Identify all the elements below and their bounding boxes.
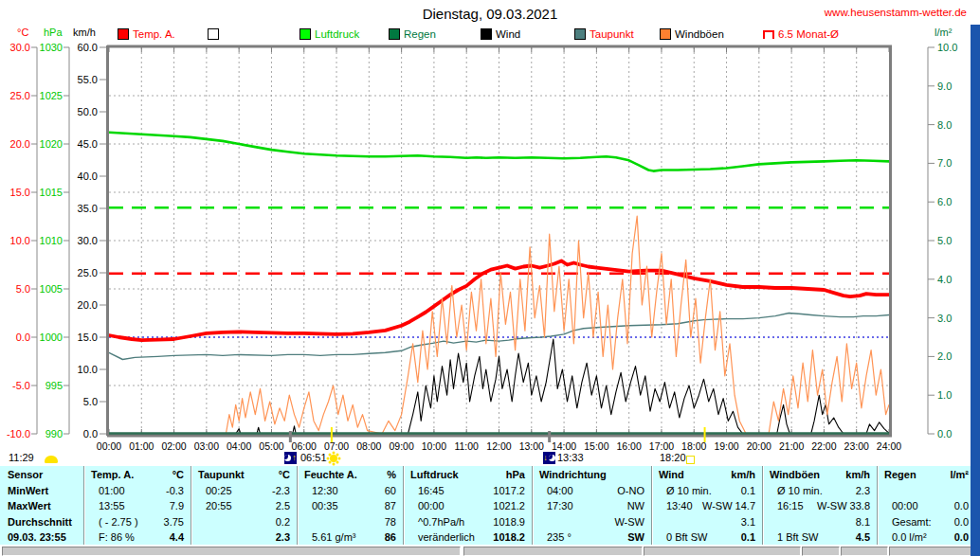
table-cell-value: 0.2 — [192, 514, 290, 529]
moon-icon — [45, 456, 58, 463]
table-cell-value: 2.3 — [764, 483, 870, 498]
table-cell-value: 87 — [299, 498, 396, 513]
table-cell-value: NW — [534, 498, 644, 513]
temp-tick-label: 30.0 — [10, 42, 30, 53]
x-axis-hour-label: 06:00 — [292, 440, 317, 452]
arrow-down-icon: ↓ — [543, 454, 548, 462]
table-cell-value: 60 — [299, 483, 396, 498]
wind-tick-label: 5.0 — [83, 396, 98, 407]
table-cell-value: 7.9 — [85, 498, 184, 513]
table-cell-value: 2.5 — [192, 498, 290, 513]
rain-tick-label: 2.0 — [937, 350, 952, 362]
pressure-tick-label: 1030 — [40, 42, 63, 53]
table-cell-value: 4.5 — [764, 529, 870, 545]
table-col-unit: % — [299, 467, 396, 482]
sunset-square-icon — [686, 456, 695, 464]
table-cell-value: 0.0 — [879, 498, 969, 513]
table-col-unit — [534, 467, 644, 482]
pressure-tick-label: 995 — [45, 380, 63, 391]
table-cell-value: 1021.2 — [405, 498, 525, 513]
x-axis-hour-label: 10:00 — [422, 440, 446, 452]
pressure-tick-label: 1010 — [40, 235, 63, 246]
table-cell-value: W-SW 33.8 — [764, 498, 870, 513]
table-column-separator — [403, 466, 404, 545]
table-cell-value: W-SW 14.7 — [653, 498, 755, 513]
table-row-header: MaxWert — [8, 498, 51, 513]
x-axis-hour-label: 24:00 — [877, 440, 901, 452]
x-axis-hour-label: 16:00 — [617, 440, 642, 452]
moon-time-label: 11:29 — [9, 452, 34, 463]
sunrise-sun-icon — [330, 455, 337, 462]
table-column-separator — [532, 466, 533, 545]
table-col-unit: km/h — [653, 467, 755, 482]
temp-tick-label: 25.0 — [10, 90, 30, 101]
x-axis-hour-label: 12:00 — [486, 440, 511, 452]
table-row-header: 09.03. 23:55 — [8, 529, 66, 545]
temp-tick-label: -10.0 — [7, 428, 30, 439]
wind-tick-label: 35.0 — [78, 203, 98, 214]
moonset-icon: ↑ — [284, 452, 297, 464]
x-axis-hour-label: 00:00 — [97, 440, 121, 452]
x-axis-hour-label: 17:00 — [649, 440, 674, 452]
table-cell-value: SW — [534, 529, 644, 545]
rain-tick-label: 7.0 — [937, 157, 952, 169]
status-bar-panel — [802, 547, 840, 556]
rain-tick-label: 8.0 — [937, 119, 952, 131]
table-cell-value: -2.3 — [192, 483, 290, 498]
pressure-tick-label: 1025 — [40, 90, 63, 101]
table-cell-value: -0.3 — [85, 483, 184, 498]
table-cell-value: 8.1 — [764, 514, 870, 529]
table-cell-value: 86 — [299, 529, 396, 545]
status-bar-panel — [889, 547, 977, 556]
table-column-separator — [191, 466, 191, 545]
sunset-time-label: 18:20 — [660, 452, 686, 463]
temp-tick-label: 5.0 — [16, 283, 30, 295]
x-axis-hour-label: 08:00 — [356, 440, 381, 452]
table-cell-value: 3.1 — [653, 514, 755, 529]
rain-tick-label: 1.0 — [937, 389, 952, 401]
pressure-tick-label: 1005 — [40, 283, 63, 295]
table-cell-value: 2.3 — [192, 529, 290, 545]
rain-tick-label: 9.0 — [937, 81, 952, 92]
temp-tick-label: -5.0 — [12, 380, 30, 391]
table-col-unit: °C — [85, 467, 184, 482]
status-bar — [0, 547, 980, 556]
table-cell-value: 0.0 — [879, 529, 969, 545]
pressure-tick-label: 1015 — [40, 187, 63, 198]
temp-tick-label: 20.0 — [10, 138, 30, 150]
x-axis-hour-label: 15:00 — [584, 440, 608, 452]
wind-tick-label: 60.0 — [78, 42, 98, 53]
x-axis-hour-label: 09:00 — [389, 440, 413, 452]
table-row-header: Sensor — [8, 467, 43, 482]
status-bar-panel — [644, 547, 801, 556]
series-windb-en — [109, 216, 889, 434]
wind-tick-label: 55.0 — [78, 74, 98, 85]
table-cell-value: 78 — [299, 514, 396, 529]
table-column-separator — [762, 466, 763, 545]
table-cell-value: 1018.2 — [405, 529, 525, 545]
table-column-separator — [877, 466, 878, 545]
rain-tick-label: 10.0 — [937, 42, 957, 53]
table-cell-value: 0.1 — [653, 483, 755, 498]
x-axis-hour-label: 11:00 — [454, 440, 479, 452]
wind-tick-label: 40.0 — [78, 170, 98, 182]
weather-chart: 30.025.020.015.010.05.00.0-5.0-10.010301… — [0, 0, 980, 470]
table-cell-value: 0.0 — [879, 514, 969, 529]
arrow-up-icon: ↑ — [292, 454, 297, 462]
wind-tick-label: 15.0 — [78, 332, 98, 343]
table-cell-value: 1017.2 — [405, 483, 525, 498]
x-axis-hour-label: 22:00 — [811, 440, 836, 452]
table-cell-value: W-SW — [534, 514, 644, 529]
x-axis-hour-label: 18:00 — [681, 440, 706, 452]
wind-tick-label: 45.0 — [78, 138, 98, 150]
wind-tick-label: 25.0 — [78, 267, 98, 278]
x-axis-hour-label: 19:00 — [714, 440, 738, 452]
temp-tick-label: 0.0 — [16, 332, 30, 343]
x-axis-hour-label: 13:00 — [519, 440, 544, 452]
table-column-separator — [83, 466, 84, 545]
table-cell-value: 3.75 — [85, 514, 184, 529]
x-axis-hour-label: 04:00 — [227, 440, 251, 452]
sensor-data-table: SensorMinWertMaxWertDurchschnitt09.03. 2… — [0, 466, 975, 545]
rain-tick-label: 3.0 — [937, 313, 952, 324]
rain-tick-label: 4.0 — [937, 274, 952, 285]
